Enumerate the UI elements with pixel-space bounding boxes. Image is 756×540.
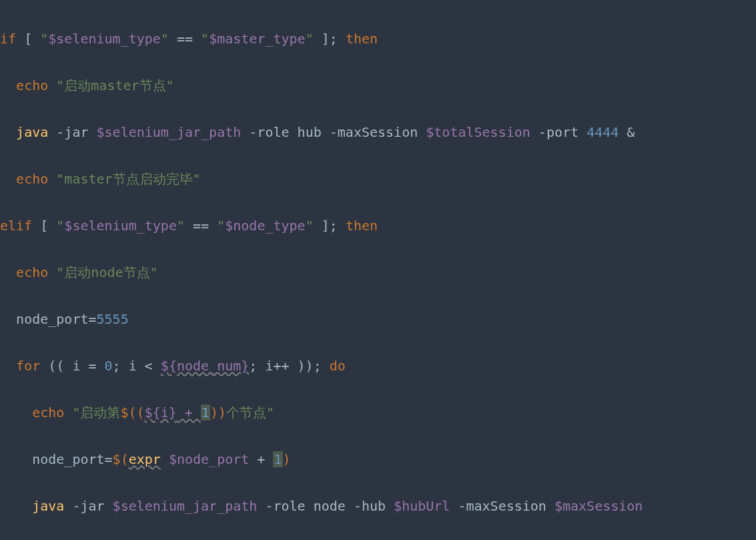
code-line: node_port=$(expr $node_port + 1) — [0, 448, 756, 471]
code-line: for (( i = 0; i < ${node_num}; i++ )); d… — [0, 354, 756, 378]
code-editor[interactable]: if [ "$selenium_type" == "$master_type" … — [0, 4, 756, 540]
var-jar-path: $selenium_jar_path — [97, 124, 242, 140]
keyword-elif: elif — [0, 218, 32, 234]
cmd-java: java — [16, 124, 48, 140]
var-hub-url: $hubUrl — [394, 498, 450, 514]
cmd-expr: expr — [129, 451, 161, 467]
keyword-then: then — [346, 31, 378, 47]
code-line: echo "启动node节点" — [0, 261, 756, 284]
code-line: java -jar $selenium_jar_path -role hub -… — [0, 121, 756, 144]
code-line: node_port=5555 — [0, 308, 756, 331]
string: "$master_type" — [201, 31, 314, 47]
code-line: echo "启动master节点" — [0, 74, 756, 97]
code-line: echo "启动第$((${i} + 1))个节点" — [0, 401, 756, 425]
assign-node-port: node_port — [16, 311, 88, 327]
var-selenium-type: $selenium_type — [48, 31, 161, 47]
code-line: echo "master节点启动完毕" — [0, 168, 756, 191]
var-node-type: $node_type — [225, 218, 305, 234]
code-line: java -jar $selenium_jar_path -role node … — [0, 495, 756, 518]
string: "master节点启动完毕" — [56, 171, 200, 187]
keyword-do: do — [330, 358, 346, 374]
keyword-for: for — [16, 358, 40, 374]
var-master-type: $master_type — [209, 31, 306, 47]
keyword-if: if — [0, 31, 16, 47]
code-line: if [ "$selenium_type" == "$master_type" … — [0, 27, 756, 51]
code-line: elif [ "$selenium_type" == "$node_type" … — [0, 214, 756, 238]
var-i: ${i} + — [145, 404, 201, 421]
var-max-session: $maxSession — [554, 498, 643, 514]
string: "启动master节点" — [56, 77, 173, 93]
literal-one: 1 — [201, 404, 210, 421]
keyword-echo: echo — [16, 171, 48, 187]
var-total-session: $totalSession — [426, 124, 530, 140]
keyword-echo: echo — [16, 77, 48, 93]
num-port: 4444 — [587, 124, 619, 140]
string: "$selenium_type" — [40, 31, 169, 47]
var-node-num: ${node_num} — [161, 358, 249, 374]
